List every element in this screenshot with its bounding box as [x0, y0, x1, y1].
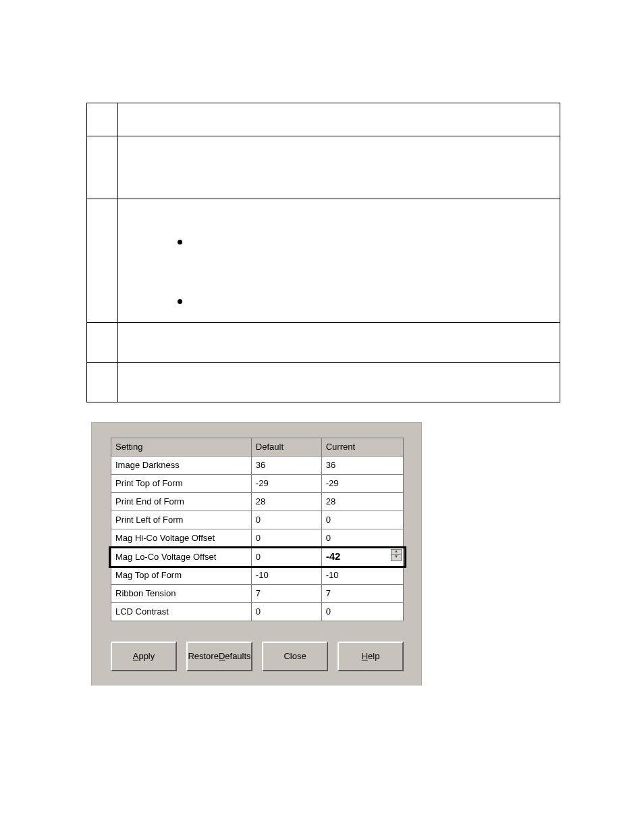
- table-row: [87, 199, 560, 322]
- current-value: 0: [326, 513, 331, 527]
- step-cell: [87, 136, 118, 199]
- table-row: [87, 322, 560, 362]
- current-value: 36: [326, 459, 336, 472]
- current-cell: 36: [321, 457, 403, 475]
- settings-panel: Setting Default Current Image Darkness36…: [91, 422, 422, 685]
- default-cell: 0: [251, 548, 321, 567]
- table-row[interactable]: Mag Hi-Co Voltage Offset00: [111, 529, 404, 548]
- default-cell: -29: [251, 475, 321, 493]
- setting-cell: Print Top of Form: [111, 475, 252, 493]
- current-cell: 0: [321, 511, 403, 529]
- step-cell: [87, 199, 118, 322]
- body-cell: [118, 323, 560, 362]
- current-cell[interactable]: -42▲▼: [321, 548, 403, 567]
- current-value: -42: [326, 550, 341, 563]
- body-cell: [118, 363, 560, 402]
- default-cell: 28: [251, 493, 321, 511]
- current-value: 28: [326, 495, 336, 509]
- current-value: -29: [326, 477, 339, 490]
- current-value: 0: [326, 531, 331, 545]
- current-value: 7: [326, 587, 331, 600]
- table-row[interactable]: Ribbon Tension77: [111, 585, 404, 603]
- table-row: [87, 362, 560, 402]
- default-cell: 36: [251, 457, 321, 475]
- bullet-icon: [178, 240, 182, 244]
- body-cell: [118, 199, 560, 322]
- button-row: Apply RestoreDefaults Close Help: [111, 642, 404, 671]
- current-value: -10: [326, 569, 339, 582]
- table-header-row: Setting Default Current: [111, 438, 404, 457]
- default-cell: 0: [251, 511, 321, 529]
- close-button[interactable]: Close: [262, 642, 328, 671]
- help-button[interactable]: Help: [338, 642, 404, 671]
- setting-cell: Print Left of Form: [111, 511, 252, 529]
- table-row: [87, 136, 560, 199]
- table-row[interactable]: Image Darkness3636: [111, 457, 404, 475]
- current-cell: 0: [321, 529, 403, 548]
- current-value: 0: [326, 605, 331, 619]
- setting-cell: Mag Lo-Co Voltage Offset: [111, 548, 252, 567]
- table-row[interactable]: Mag Lo-Co Voltage Offset0-42▲▼: [111, 548, 404, 567]
- table-row: [87, 103, 560, 136]
- default-cell: 0: [251, 603, 321, 621]
- restore-defaults-button[interactable]: RestoreDefaults: [186, 642, 252, 671]
- current-cell: 7: [321, 585, 403, 603]
- table-row[interactable]: LCD Contrast00: [111, 603, 404, 621]
- step-cell: [87, 103, 118, 136]
- col-setting: Setting: [111, 438, 252, 457]
- setting-cell: Print End of Form: [111, 493, 252, 511]
- stepper-down-icon[interactable]: ▼: [391, 555, 402, 561]
- current-cell: -29: [321, 475, 403, 493]
- current-cell: 0: [321, 603, 403, 621]
- table-row[interactable]: Print Top of Form-29-29: [111, 475, 404, 493]
- default-cell: 0: [251, 529, 321, 548]
- default-cell: 7: [251, 585, 321, 603]
- col-default: Default: [251, 438, 321, 457]
- settings-grid: Setting Default Current Image Darkness36…: [111, 438, 404, 621]
- current-cell: 28: [321, 493, 403, 511]
- body-cell: [118, 136, 560, 199]
- settings-grid-wrap: Setting Default Current Image Darkness36…: [111, 438, 404, 621]
- current-cell: -10: [321, 567, 403, 585]
- col-current: Current: [321, 438, 403, 457]
- value-stepper[interactable]: ▲▼: [391, 549, 402, 561]
- default-cell: -10: [251, 567, 321, 585]
- setting-cell: Image Darkness: [111, 457, 252, 475]
- table-row[interactable]: Mag Top of Form-10-10: [111, 567, 404, 585]
- setting-cell: Mag Hi-Co Voltage Offset: [111, 529, 252, 548]
- bullet-icon: [178, 299, 182, 304]
- page: Setting Default Current Image Darkness36…: [0, 0, 644, 834]
- table-row[interactable]: Print End of Form2828: [111, 493, 404, 511]
- apply-button[interactable]: Apply: [111, 642, 177, 671]
- table-row[interactable]: Print Left of Form00: [111, 511, 404, 529]
- instruction-table: [86, 103, 560, 402]
- step-cell: [87, 363, 118, 402]
- step-cell: [87, 323, 118, 362]
- body-cell: [118, 103, 560, 136]
- setting-cell: Mag Top of Form: [111, 567, 252, 585]
- setting-cell: LCD Contrast: [111, 603, 252, 621]
- setting-cell: Ribbon Tension: [111, 585, 252, 603]
